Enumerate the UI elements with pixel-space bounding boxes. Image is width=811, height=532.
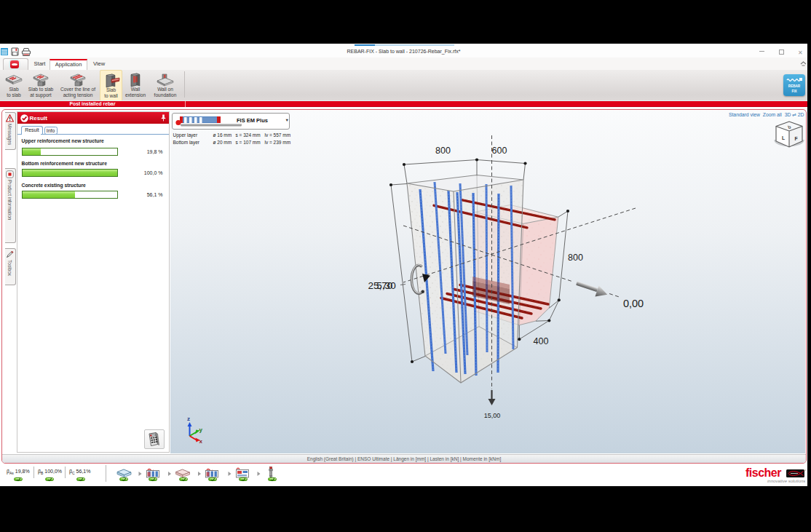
svg-text:L: L — [782, 135, 785, 140]
svg-text:REBAR: REBAR — [788, 84, 801, 88]
svg-text:0,00: 0,00 — [622, 297, 643, 309]
svg-text:F: F — [794, 135, 797, 140]
svg-text:15,00: 15,00 — [483, 411, 500, 418]
svg-text:600: 600 — [491, 146, 507, 156]
svg-text:5,30: 5,30 — [376, 280, 395, 291]
svg-text:800: 800 — [568, 252, 583, 262]
svg-text:®: ® — [805, 469, 807, 472]
svg-text:800: 800 — [435, 146, 451, 156]
svg-text:y: y — [199, 426, 202, 432]
svg-text:400: 400 — [533, 336, 548, 346]
svg-text:z: z — [187, 416, 190, 422]
svg-text:FIX: FIX — [791, 89, 797, 92]
svg-text:x: x — [199, 438, 202, 445]
